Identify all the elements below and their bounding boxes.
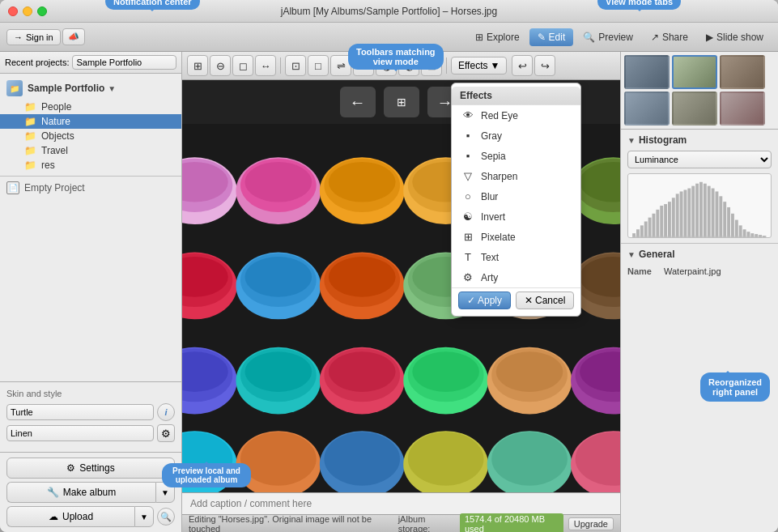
recent-projects-label: Recent projects: [5,57,69,67]
effect-red-eye-label: Red Eye [481,110,518,121]
x-icon: ✕ [525,295,533,306]
undo-button[interactable]: ↩ [512,55,533,76]
sign-in-icon: → [14,32,23,42]
tab-preview[interactable]: 🔍 Preview [575,28,641,46]
project-tree: 📁 Sample Portfolio ▼ 📁 People 📁 Nature 📁… [0,74,181,381]
grid-nav-button[interactable]: ⊞ [384,87,419,117]
maximize-button[interactable] [37,6,47,16]
svg-point-48 [412,351,479,392]
histogram-chart [627,173,772,238]
thumbnail-2[interactable] [672,55,717,89]
effect-gray[interactable]: ▪ Gray [452,126,580,146]
effect-blur[interactable]: ○ Blur [452,186,580,206]
style-gear-button[interactable]: ⚙ [157,424,175,442]
close-button[interactable] [8,6,18,16]
tab-edit[interactable]: ✎ Edit [529,28,574,46]
upload-dropdown[interactable]: ▼ [134,506,154,527]
thumbnail-6[interactable] [720,92,765,126]
settings-label: Settings [79,462,114,474]
titlebar: Notification center jAlbum [My Albums/Sa… [0,0,778,23]
general-name-row: Name Waterpaint.jpg [627,265,772,278]
notification-center-bubble: Notification center [105,0,200,10]
tree-item-res[interactable]: 📁 res [0,158,181,172]
undo-redo-group: ↩ ↪ [512,55,555,76]
caption-bar [182,492,620,514]
storage-badge: 1574.4 of 20480 MB used [460,513,563,533]
thumb-row-1 [624,55,775,89]
tab-share[interactable]: ↗ Share [643,28,696,46]
effect-arty[interactable]: ⚙ Arty [452,267,580,287]
project-name: Sample Portfolio [28,83,104,94]
svg-rect-91 [723,202,726,237]
status-bar: Editing "Horses.jpg". Original image wil… [182,514,620,532]
effect-sharpen[interactable]: ▽ Sharpen [452,166,580,186]
skin-info-button[interactable]: i [157,403,175,421]
effect-text[interactable]: T Text [452,247,580,267]
thumbnail-3[interactable] [720,55,765,89]
tree-item-objects[interactable]: 📁 Objects [0,129,181,143]
effect-invert[interactable]: ☯ Invert [452,206,580,227]
thumbnail-4[interactable] [624,92,670,126]
preview-local-button[interactable]: 🔍 [157,508,175,526]
tree-item-objects-label: Objects [41,130,74,142]
upgrade-button[interactable]: Upgrade [568,517,614,530]
center-panel: ⊞ ⊖ ◻ ↔ ⊡ □ ⇌ ✦ ◑ ◐ ⊠ Effects ▼ [182,52,620,532]
make-album-button[interactable]: 🔧 Make album [6,482,155,503]
cancel-button[interactable]: ✕ Cancel [516,292,574,309]
histogram-header[interactable]: ▼ Histogram [627,134,772,146]
thumbnail-5[interactable] [672,92,717,126]
redo-button[interactable]: ↪ [534,55,555,76]
effect-gray-label: Gray [481,130,502,142]
notification-button[interactable]: 📣 [62,28,85,45]
tab-slideshow-label: Slide show [716,32,763,43]
svg-point-60 [324,432,400,486]
sign-in-button[interactable]: → Sign in [6,29,61,45]
resize-button[interactable]: □ [308,55,329,76]
tree-item-travel-label: Travel [41,145,68,156]
tab-explore[interactable]: ⊞ Explore [467,28,528,46]
effects-button[interactable]: Effects ▼ [451,57,507,74]
effect-blur-label: Blur [481,191,498,202]
minimize-button[interactable] [23,6,32,16]
histogram-channel-select[interactable]: Luminance Red Green Blue [627,151,772,168]
zoom-normal-button[interactable]: ◻ [232,55,253,76]
svg-point-58 [240,432,317,486]
apply-button[interactable]: ✓ Apply [458,292,511,309]
red-eye-icon: 👁 [461,109,474,121]
svg-rect-94 [735,220,738,237]
zoom-fit-button[interactable]: ↔ [255,55,276,76]
traffic-lights [8,6,47,16]
grid-view-button[interactable]: ⊞ [187,55,208,76]
caption-input[interactable] [190,498,612,509]
settings-icon: ⚙ [66,462,75,474]
tree-item-travel[interactable]: 📁 Travel [0,143,181,158]
effect-red-eye[interactable]: 👁 Red Eye [452,105,580,126]
zoom-out-button[interactable]: ⊖ [210,55,231,76]
recent-projects-select[interactable]: Sample Portfolio [72,55,176,70]
general-header[interactable]: ▼ General [627,249,772,260]
skin-style-section: Skin and style Turtle i Linen ⚙ [0,381,181,452]
settings-button[interactable]: ⚙ Settings [6,458,175,479]
upload-button[interactable]: ☁ Upload [6,506,134,527]
prev-image-button[interactable]: ← [340,87,376,117]
empty-project[interactable]: 📄 Empty Project [0,176,181,199]
thumbnail-1[interactable] [624,55,670,89]
svg-rect-85 [699,182,703,237]
project-header[interactable]: 📁 Sample Portfolio ▼ [0,77,181,100]
explore-icon: ⊞ [475,32,483,43]
effect-pixelate[interactable]: ⊞ Pixelate [452,227,580,247]
apply-bar: ✓ Apply ✕ Cancel [452,287,580,313]
tree-item-people[interactable]: 📁 People [0,100,181,114]
general-name-value: Waterpaint.jpg [664,266,721,276]
magnify-icon: 🔍 [160,512,172,522]
crop-button[interactable]: ⊡ [285,55,306,76]
svg-rect-95 [739,225,742,237]
svg-rect-77 [668,202,671,237]
tab-slideshow[interactable]: ▶ Slide show [698,28,772,46]
main-area: Recent projects: Sample Portfolio 📁 Samp… [0,52,778,532]
effect-sepia[interactable]: ▪ Sepia [452,146,580,166]
style-select[interactable]: Linen [6,425,154,441]
apply-label: Apply [478,295,502,306]
skin-select[interactable]: Turtle [6,404,154,420]
tree-item-nature[interactable]: 📁 Nature [0,114,181,129]
